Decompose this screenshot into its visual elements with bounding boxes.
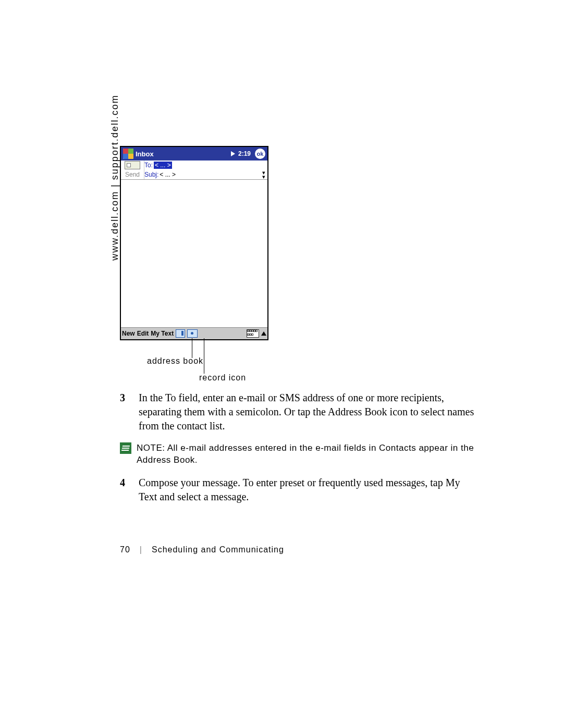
menu-mytext[interactable]: My Text — [151, 330, 174, 337]
note-icon — [120, 442, 131, 454]
callout-line — [192, 338, 192, 358]
subj-label: Subj: — [144, 171, 158, 178]
step-number: 3 — [120, 391, 129, 433]
pda-titlebar: Inbox 2:19 ok — [121, 147, 267, 161]
section-title: Scheduling and Communicating — [152, 545, 284, 554]
callout-address-book: address book — [147, 356, 203, 366]
keyboard-icon[interactable] — [247, 329, 259, 338]
body-text: 3 In the To field, enter an e-mail or SM… — [120, 391, 474, 513]
side-url-text: www.dell.com | support.dell.com — [109, 94, 120, 261]
address-book-icon[interactable] — [176, 329, 185, 338]
note-text: All e-mail addresses entered in the e-ma… — [137, 443, 474, 465]
expand-chevrons-icon[interactable]: ▾▾ — [262, 170, 265, 179]
message-body[interactable] — [121, 180, 267, 327]
start-icon[interactable] — [123, 149, 133, 159]
account-icon[interactable] — [125, 161, 140, 169]
send-button[interactable]: Send — [125, 171, 140, 178]
page-number: 70 — [120, 545, 130, 554]
to-field[interactable]: < ... > — [154, 162, 172, 169]
clock-text: 2:19 — [238, 150, 251, 157]
step-text: Compose your message. To enter preset or… — [139, 476, 474, 504]
callout-record-icon: record icon — [199, 373, 246, 382]
speaker-icon[interactable] — [231, 151, 235, 156]
up-arrow-icon[interactable] — [261, 331, 266, 336]
subj-field[interactable]: < ... > — [160, 171, 176, 178]
menu-edit[interactable]: Edit — [137, 330, 149, 337]
pda-bottombar: New Edit My Text — [121, 327, 267, 339]
footer-separator: | — [140, 545, 142, 554]
ok-button[interactable]: ok — [255, 149, 265, 159]
step-text: In the To field, enter an e-mail or SMS … — [139, 391, 474, 433]
to-label: To: — [144, 162, 153, 169]
step-number: 4 — [120, 476, 129, 504]
pda-screenshot: Inbox 2:19 ok To: < ... > Send Subj: < .… — [120, 146, 268, 340]
menu-new[interactable]: New — [122, 330, 135, 337]
app-title: Inbox — [136, 150, 229, 158]
page-footer: 70 | Scheduling and Communicating — [120, 545, 284, 554]
callout-line — [204, 338, 204, 374]
record-icon[interactable] — [187, 329, 198, 338]
note-label: NOTE: — [137, 443, 167, 453]
